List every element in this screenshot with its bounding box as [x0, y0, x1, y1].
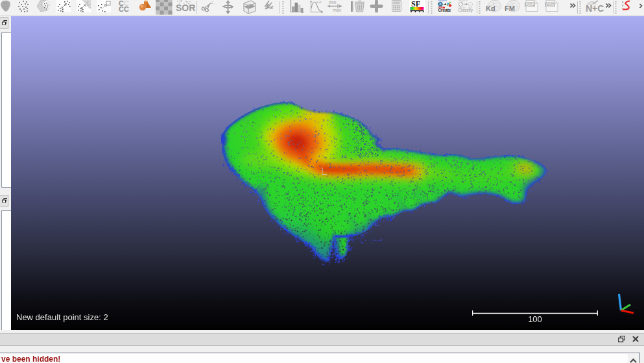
- svg-text:SHP: SHP: [526, 3, 535, 7]
- svg-text:CSV: CSV: [546, 3, 555, 7]
- svg-text:FM: FM: [505, 5, 515, 12]
- svg-text:N+C: N+C: [586, 3, 604, 14]
- svg-text:C: C: [119, 5, 124, 13]
- svg-text:min: min: [329, 0, 336, 5]
- svg-text:Classify: Classify: [459, 8, 473, 13]
- svg-text:C: C: [124, 5, 129, 13]
- svg-text:μ,σ: μ,σ: [316, 0, 322, 4]
- svg-text:SOR: SOR: [176, 3, 195, 13]
- svg-text:classifier x: classifier x: [438, 0, 447, 2]
- svg-text:Kd: Kd: [486, 5, 495, 12]
- svg-text:Create: Create: [438, 8, 451, 12]
- svg-text:xxx xxx xx: xxx xxx xx: [459, 0, 468, 2]
- svg-text:max: max: [333, 8, 342, 12]
